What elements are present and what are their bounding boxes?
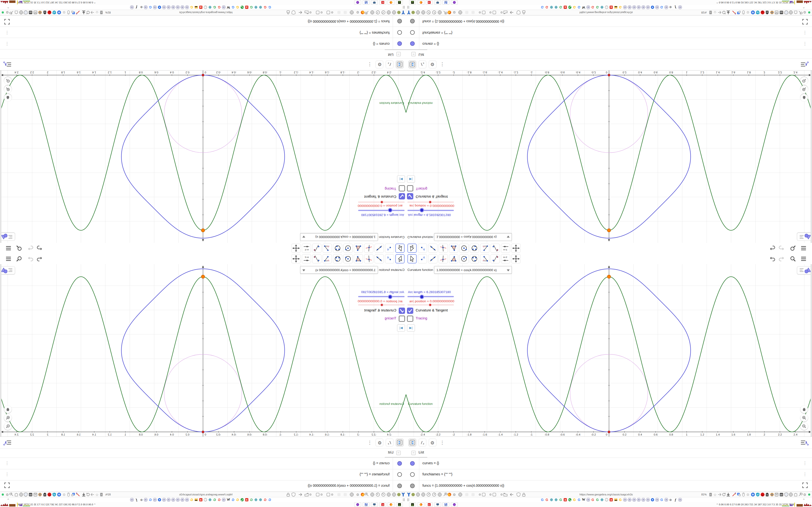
search-icon[interactable] [790,245,796,251]
gear-outline-icon[interactable]: ⚙ [355,10,360,15]
extension-trash-icon[interactable] [43,10,47,15]
bookmark-daisy-icon[interactable] [678,5,682,9]
taskbar-monitor-button[interactable] [434,0,441,5]
bookmark-sphere-icon[interactable] [554,498,558,502]
reader-icon[interactable]: A [709,10,713,15]
taskbar-firefox-button[interactable] [418,502,424,507]
olive-circle-icon[interactable] [411,492,415,497]
gauge-icon[interactable] [381,492,386,497]
fx-input-button[interactable]: fx [386,439,394,446]
bookmark-daisy-icon[interactable] [144,5,148,9]
bookmark-g-icon[interactable]: G [660,5,664,9]
visibility-marble[interactable] [410,19,415,23]
bookmark-ya-icon[interactable]: Я [609,5,613,9]
extension-shield-teal-icon[interactable] [755,492,760,497]
bookmark-ya-icon[interactable]: Я [199,498,203,502]
pause-icon[interactable]: || [407,498,409,501]
fullscreen-icon[interactable] [4,18,10,25]
gear-outline-icon[interactable]: ⚙ [452,492,457,497]
wrench-icon[interactable] [443,10,447,15]
bookmark-daisy-icon[interactable] [632,5,636,9]
extension-puzzle-icon[interactable] [14,492,18,497]
arc-length-slider-knob[interactable] [388,208,393,213]
bookmark-g-icon[interactable]: G [148,5,152,9]
bookmark-ya-icon[interactable]: Я [609,498,613,502]
extension-puzzle-icon[interactable] [794,10,798,15]
globe-icon[interactable] [421,10,425,15]
bookmark-g-icon[interactable]: G [236,498,240,502]
search-icon[interactable] [790,256,796,262]
taskbar-monitor-button[interactable] [434,502,441,507]
redo-icon[interactable] [28,256,34,262]
tool-line[interactable] [428,254,438,264]
extension-shield-pale-icon[interactable] [784,10,789,15]
bookmark-wiki-icon[interactable]: W [226,498,230,502]
bookmark-ya-icon[interactable]: Я [563,498,567,502]
graphics-view[interactable]: -2.4-2.2-2-1.8-1.6-1.4-1.2-1-0.8-0.6-0.4… [0,264,406,437]
bookmark-gw-icon[interactable] [240,5,244,9]
redo-icon[interactable] [28,245,34,251]
extension-trash-icon[interactable] [765,10,769,15]
extension-ublock-icon[interactable]: UO [28,10,33,15]
algebra-settings-icon[interactable] [800,439,809,446]
bookmark-g-icon[interactable]: G [577,5,581,9]
taskbar-package-red-button[interactable]: ⚙ [379,0,386,5]
globe-icon[interactable] [387,10,391,15]
extension-ublock-icon[interactable]: UO [28,492,33,497]
bookmark-wiki-icon[interactable]: W [582,498,586,502]
extension-globe-orange-icon[interactable] [38,10,42,15]
page-zoom-level[interactable]: 81% [701,11,707,14]
reload-icon[interactable] [86,492,90,497]
page-zoom-level[interactable]: 81% [105,11,111,14]
bookmark-g-icon[interactable]: G [263,5,267,9]
menu-icon[interactable] [5,256,12,262]
algebra-row[interactable]: curves = {}⋮ [406,457,812,469]
pause-icon[interactable]: || [403,6,405,9]
algebra-row[interactable]: funcNames = {"" ""}⋮ [406,26,812,38]
tool-slider[interactable]: a=2 [302,243,311,253]
collapse-toolbar-icon[interactable]: ^ [803,498,805,501]
tool-move[interactable] [395,243,405,253]
tool-reflect[interactable] [491,254,500,264]
tracing-checkbox[interactable] [399,185,405,191]
extension-puzzle-icon[interactable] [14,10,18,15]
bookmark-g-icon[interactable]: G [190,498,194,502]
bookmark-info-icon[interactable]: i [203,5,207,9]
olive-circle-icon[interactable] [411,10,415,15]
extension-gear-outline-icon[interactable]: ⚙ [803,492,807,497]
zoom-in-button[interactable] [4,414,12,421]
algebra-row[interactable]: curves = {}⋮ [0,457,406,469]
bookmark-daisy-icon[interactable] [627,498,631,502]
square-icon[interactable] [326,10,331,15]
extension-gear-outline-icon[interactable]: ⚙ [5,10,9,15]
plot-canvas[interactable]: -2.4-2.2-2-1.8-1.6-1.4-1.2-1-0.8-0.6-0.4… [406,264,812,437]
pin-blue-icon[interactable] [406,492,411,497]
tool-perpendicular[interactable] [364,254,373,264]
play-animation-button[interactable]: ▶| [397,175,405,182]
tool-point[interactable]: A [385,243,394,253]
taskbar-cat-purple-button[interactable] [451,0,458,5]
bookmark-daisy-icon[interactable] [623,498,627,502]
pause-icon[interactable]: || [403,498,405,501]
menu-icon[interactable] [800,256,807,262]
bookmark-sphere-icon[interactable] [600,5,604,9]
graphics-view[interactable]: -2.4-2.2-2-1.8-1.6-1.4-1.2-1-0.8-0.6-0.4… [0,70,406,243]
bookmark-wiki-icon[interactable]: W [226,5,230,9]
graphics-view[interactable]: -2.4-2.2-2-1.8-1.6-1.4-1.2-1-0.8-0.6-0.4… [406,264,812,437]
extension-gear-light-icon[interactable]: ⚙ [746,10,751,15]
home-button[interactable] [800,406,808,413]
tool-ellipse[interactable] [333,254,342,264]
bookmark-daisy-icon[interactable] [627,5,631,9]
tool-reflect[interactable] [312,243,321,253]
algebra-settings-icon[interactable] [3,61,12,68]
arc-length-slider-knob[interactable] [388,294,393,299]
bookmark-daisy-icon[interactable] [655,498,659,502]
globe-icon[interactable] [392,10,396,15]
bookmark-gear-dark-icon[interactable]: ⚙ [669,498,673,502]
bookmark-sphere-icon[interactable] [550,5,553,9]
ghost-icon[interactable] [471,10,475,15]
bookmark-daisy-icon[interactable] [642,5,645,9]
extension-plus-circle-icon[interactable] [57,492,61,497]
bookmark-daisy-icon[interactable] [664,5,668,9]
taskbar-package-red-button[interactable]: ⚙ [379,502,386,507]
